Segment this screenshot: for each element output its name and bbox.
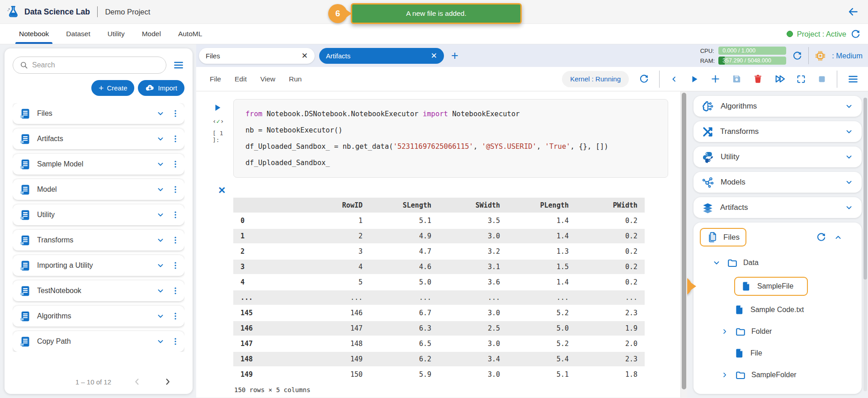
chevron-right-icon[interactable] <box>720 327 730 336</box>
sidebar-item-algorithms[interactable]: Algorithms <box>13 306 184 327</box>
sidebar-menu-icon[interactable] <box>173 59 184 71</box>
page-next-icon[interactable] <box>163 377 173 387</box>
sidebar-item-utility[interactable]: Utility <box>13 204 184 225</box>
toolbar-menu-icon[interactable] <box>847 73 859 85</box>
cell-run-icon[interactable] <box>212 103 222 113</box>
import-button[interactable]: Import <box>138 80 184 96</box>
panel-scrollbar[interactable] <box>863 98 867 391</box>
file-solid-icon <box>741 281 752 292</box>
chevron-down-icon[interactable] <box>156 185 165 194</box>
chevron-down-icon[interactable] <box>156 236 165 245</box>
fullscreen-icon[interactable] <box>796 74 806 84</box>
kebab-menu-icon[interactable] <box>171 261 180 270</box>
panel-section-artifacts[interactable]: Artifacts <box>693 197 862 218</box>
nav-tab-utility[interactable]: Utility <box>108 24 125 44</box>
chevron-down-icon[interactable] <box>156 134 165 143</box>
search-box[interactable] <box>13 57 166 74</box>
chevron-down-icon[interactable] <box>156 210 165 219</box>
sidebar-item-sample-model[interactable]: Sample Model <box>13 154 184 175</box>
code-editor[interactable]: from Notebook.DSNotebook.NotebookExecuto… <box>233 99 668 178</box>
chevron-left-icon[interactable] <box>670 75 679 84</box>
kebab-menu-icon[interactable] <box>171 337 180 346</box>
chevron-down-icon[interactable] <box>712 258 722 267</box>
menu-edit[interactable]: Edit <box>235 75 247 83</box>
sidebar-item-files[interactable]: Files <box>13 103 184 124</box>
sidebar-item-model[interactable]: Model <box>13 179 184 200</box>
kebab-menu-icon[interactable] <box>171 286 180 295</box>
chevron-down-icon[interactable] <box>156 261 165 270</box>
kebab-menu-icon[interactable] <box>171 185 180 194</box>
tree-item-folder[interactable]: Folder <box>700 322 855 341</box>
resources-refresh-icon[interactable] <box>792 51 802 61</box>
code-cell[interactable]: ‹✓› [ 1 ]: from Notebook.DSNotebook.Note… <box>212 99 676 178</box>
table-cell: 3.1 <box>439 259 507 275</box>
page-prev-icon[interactable] <box>132 377 142 387</box>
save-icon[interactable] <box>731 74 742 84</box>
highlighted-file-box[interactable]: SampleFile <box>734 277 808 296</box>
sidebar-item-artifacts[interactable]: Artifacts <box>13 128 184 149</box>
chevron-down-icon[interactable] <box>844 178 854 187</box>
kebab-menu-icon[interactable] <box>171 236 180 245</box>
kebab-menu-icon[interactable] <box>171 109 180 118</box>
add-tab-button[interactable]: + <box>451 49 458 63</box>
chevron-down-icon[interactable] <box>156 286 165 295</box>
project-refresh-icon[interactable] <box>850 29 861 39</box>
chevron-down-icon[interactable] <box>156 109 165 118</box>
back-arrow-icon[interactable] <box>847 6 868 18</box>
files-collapse-icon[interactable] <box>834 233 843 242</box>
stop-icon[interactable] <box>817 74 827 84</box>
panel-section-utility[interactable]: Utility <box>693 147 862 167</box>
sidebar-item-copy-path[interactable]: Copy Path <box>13 331 184 352</box>
nav-tab-dataset[interactable]: Dataset <box>66 24 90 44</box>
table-cell: 0.2 <box>576 275 645 290</box>
delete-icon[interactable] <box>753 74 763 84</box>
tree-item-data[interactable]: Data <box>700 253 855 273</box>
chevron-down-icon[interactable] <box>156 312 165 321</box>
sidebar-item-testnotebook[interactable]: TestNotebook <box>13 280 184 301</box>
menu-view[interactable]: View <box>260 75 275 83</box>
workspace-tab-artifacts[interactable]: Artifacts✕ <box>319 48 444 64</box>
chevron-down-icon[interactable] <box>156 160 165 169</box>
kebab-menu-icon[interactable] <box>171 160 180 169</box>
kebab-menu-icon[interactable] <box>171 134 180 143</box>
chevron-down-icon[interactable] <box>844 152 854 161</box>
kebab-menu-icon[interactable] <box>171 210 180 219</box>
files-section-header[interactable]: Files <box>700 228 746 246</box>
search-input[interactable] <box>32 61 160 69</box>
tab-close-icon[interactable]: ✕ <box>431 52 437 60</box>
panel-scrollbar-thumb[interactable] <box>863 98 867 280</box>
nav-tab-notebook[interactable]: Notebook <box>19 24 49 44</box>
file-solid-icon <box>734 304 745 315</box>
output-close-icon[interactable]: ✕ <box>218 185 228 196</box>
create-button[interactable]: + Create <box>91 80 134 96</box>
run-all-icon[interactable] <box>774 73 785 85</box>
nav-tab-automl[interactable]: AutoML <box>178 24 202 44</box>
sidebar-item-importing-a-utility[interactable]: Importing a Utility <box>13 255 184 276</box>
tab-close-icon[interactable]: ✕ <box>302 52 308 60</box>
kebab-menu-icon[interactable] <box>171 312 180 321</box>
tree-item-sample-code-txt[interactable]: Sample Code.txt <box>700 300 855 320</box>
sidebar-item-transforms[interactable]: Transforms <box>13 230 184 251</box>
chevron-down-icon[interactable] <box>844 127 854 136</box>
panel-section-models[interactable]: Models <box>693 172 862 193</box>
tree-item-file[interactable]: File <box>700 343 855 363</box>
tree-item-samplefolder[interactable]: SampleFolder <box>700 365 855 385</box>
chevron-down-icon[interactable] <box>156 337 165 346</box>
menu-file[interactable]: File <box>210 75 221 83</box>
table-cell: 5.2 <box>507 305 576 321</box>
chevron-down-icon[interactable] <box>844 102 854 111</box>
tree-item-samplefile[interactable]: 7SampleFile <box>700 276 855 296</box>
chevron-right-icon[interactable] <box>720 371 730 379</box>
content-scrollbar[interactable] <box>680 91 687 398</box>
panel-section-transforms[interactable]: Transforms <box>693 121 862 142</box>
run-cell-icon[interactable] <box>689 74 699 84</box>
files-refresh-icon[interactable] <box>816 232 826 242</box>
menu-run[interactable]: Run <box>289 75 302 83</box>
add-cell-icon[interactable] <box>710 74 721 84</box>
chevron-down-icon[interactable] <box>844 203 854 212</box>
nav-tab-model[interactable]: Model <box>142 24 161 44</box>
kernel-refresh-icon[interactable] <box>639 74 649 84</box>
workspace-tab-files[interactable]: Files✕ <box>199 48 315 64</box>
panel-section-algorithms[interactable]: Algorithms <box>693 96 862 117</box>
scrollbar-thumb[interactable] <box>682 93 686 389</box>
